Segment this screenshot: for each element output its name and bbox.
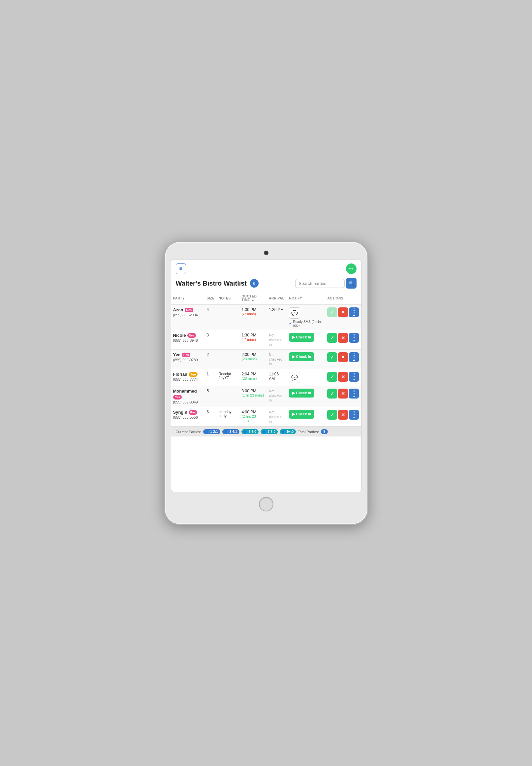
party-name: Syngin Res	[173, 410, 203, 415]
quoted-time: 2:04 PM(28 mins)	[240, 369, 267, 386]
sms-note-text: Ready SMS (0 mins ago)	[293, 320, 323, 327]
more-dots-icon	[354, 373, 355, 377]
time-delta: (-7 mins)	[242, 337, 265, 341]
party-size: 5	[204, 386, 216, 407]
more-options-button[interactable]: ▲	[349, 307, 359, 317]
checkin-button[interactable]: ▶ Check In	[289, 333, 314, 342]
table-row: Azan Res (855) 839-2904 41:30 PM(-7 mins…	[171, 305, 361, 330]
footer-bar: Current Parties: 👥 1-2:1 👥 3-4:1 👥 5-6:0…	[171, 427, 361, 436]
party-name: Yve Res	[173, 352, 203, 357]
more-options-button[interactable]: ▲	[349, 372, 359, 382]
search-input[interactable]	[295, 279, 345, 288]
confirm-button[interactable]: ✓	[327, 389, 337, 399]
time-delta: (1 hr 23 mins)	[242, 393, 265, 397]
remove-button[interactable]: ✕	[338, 410, 348, 420]
party-badge: Squ	[189, 372, 198, 377]
confirm-button[interactable]: ✓	[327, 372, 337, 382]
party-phone: (855) 669-3049	[173, 400, 203, 404]
party-name: Azan Res	[173, 307, 203, 312]
current-parties-label: Current Parties:	[176, 430, 201, 434]
more-options-button[interactable]: ▲	[349, 352, 359, 362]
time-main: 2:00 PM	[242, 352, 265, 357]
menu-button[interactable]: ≡	[176, 264, 186, 274]
actions-cell: ✓ ✕ ▲	[325, 305, 361, 330]
party-phone: (855) 999-0789	[173, 358, 203, 362]
camera	[265, 251, 268, 255]
more-dots-icon	[354, 353, 355, 358]
up-arrow-icon: ▲	[353, 313, 356, 317]
remove-button[interactable]: ✕	[338, 307, 348, 317]
quoted-time: 2:00 PM(23 mins)	[240, 350, 267, 369]
title-row: Walter's Bistro Waitlist 6 🔍	[171, 277, 361, 292]
party-name: Nicole Res	[173, 333, 203, 338]
party-size: 2	[204, 350, 216, 369]
sms-note: ✔Ready SMS (0 mins ago)	[289, 320, 323, 327]
badge-5-6: 👥 5-6:0	[241, 429, 259, 434]
checkin-button[interactable]: ▶ Check In	[289, 389, 314, 398]
dots-menu-button[interactable]: •••	[346, 264, 357, 274]
checkin-button[interactable]: ▶ Check In	[289, 352, 314, 361]
time-delta: (23 mins)	[242, 357, 265, 361]
more-options-button[interactable]: ▲	[349, 410, 359, 420]
col-quoted-time: QUOTED TIME ▲	[240, 292, 267, 305]
checkin-button[interactable]: ▶ Check In	[289, 410, 314, 419]
remove-button[interactable]: ✕	[338, 389, 348, 399]
party-phone: (855) 555-7774	[173, 377, 203, 381]
remove-button[interactable]: ✕	[338, 372, 348, 382]
sms-check-icon: ✔	[289, 322, 292, 326]
col-notes: NOTES	[217, 292, 240, 305]
arrival-time: 11:06 AM	[269, 372, 279, 381]
notify-cell: 💬	[287, 369, 325, 386]
not-checked-label: Notcheckedin	[269, 353, 282, 366]
remove-button[interactable]: ✕	[338, 333, 348, 343]
quoted-time: 1:30 PM(-7 mins)	[240, 330, 267, 350]
up-arrow-icon: ▲	[353, 358, 356, 362]
badge-7-8: 👥 7-8:0	[261, 429, 278, 434]
notify-cell: ▶ Check In	[287, 386, 325, 407]
party-badge: Res	[189, 410, 198, 415]
search-button[interactable]: 🔍	[346, 278, 357, 289]
confirm-button[interactable]: ✓	[327, 333, 337, 343]
badge-1-2: 👥 1-2:1	[203, 429, 220, 434]
actions-cell: ✓ ✕ ▲	[325, 350, 361, 369]
time-main: 1:30 PM	[242, 333, 265, 337]
party-notes	[217, 386, 240, 407]
time-delta: (28 mins)	[242, 376, 265, 380]
party-notes	[217, 305, 240, 330]
party-badge: Res	[185, 308, 194, 312]
col-party: PARTY	[171, 292, 205, 305]
tablet-screen: ≡ ••• Walter's Bistro Waitlist 6 🔍	[171, 259, 361, 492]
quoted-time: 1:30 PM(-7 mins)	[240, 305, 267, 330]
table-row: Yve Res (855) 999-0789 22:00 PM(23 mins)…	[171, 350, 361, 369]
more-options-button[interactable]: ▲	[349, 333, 359, 343]
party-notes: birthday party	[217, 407, 240, 427]
party-notes: Receipt #dyY7	[217, 369, 240, 386]
confirm-button[interactable]: ✓	[327, 352, 337, 362]
arrival-time: 1:35 PM	[269, 307, 284, 312]
notify-cell: 💬 ✔Ready SMS (0 mins ago)	[287, 305, 325, 330]
up-arrow-icon: ▲	[353, 394, 356, 398]
quoted-time: 4:00 PM(2 hrs 23 mins)	[240, 407, 267, 427]
more-options-button[interactable]: ▲	[349, 389, 359, 399]
confirm-button[interactable]: ✓	[327, 410, 337, 420]
party-badge: Res	[173, 395, 182, 399]
arrival: Notcheckedin	[267, 350, 287, 369]
actions-cell: ✓ ✕ ▲	[325, 369, 361, 386]
arrival: Notcheckedin	[267, 407, 287, 427]
arrival: 1:35 PM	[267, 305, 287, 330]
up-arrow-icon: ▲	[353, 338, 356, 342]
party-badge: Res	[187, 333, 196, 338]
message-button[interactable]: 💬	[289, 372, 300, 383]
not-checked-label: Notcheckedin	[269, 410, 282, 423]
message-button[interactable]: 💬	[289, 307, 300, 319]
confirm-button[interactable]: ✓	[327, 307, 337, 317]
col-arrival: ARRIVAL	[267, 292, 287, 305]
waitlist-table-wrap: PARTY SIZE NOTES QUOTED TIME ▲ ARRIVAL N…	[171, 292, 361, 427]
remove-button[interactable]: ✕	[338, 352, 348, 362]
table-row: Mohammed Res (855) 669-3049 53:00 PM(1 h…	[171, 386, 361, 407]
actions-cell: ✓ ✕ ▲	[325, 407, 361, 427]
actions-cell: ✓ ✕ ▲	[325, 330, 361, 350]
home-button[interactable]	[259, 497, 273, 511]
time-main: 4:00 PM	[242, 410, 265, 414]
more-dots-icon	[354, 308, 355, 313]
